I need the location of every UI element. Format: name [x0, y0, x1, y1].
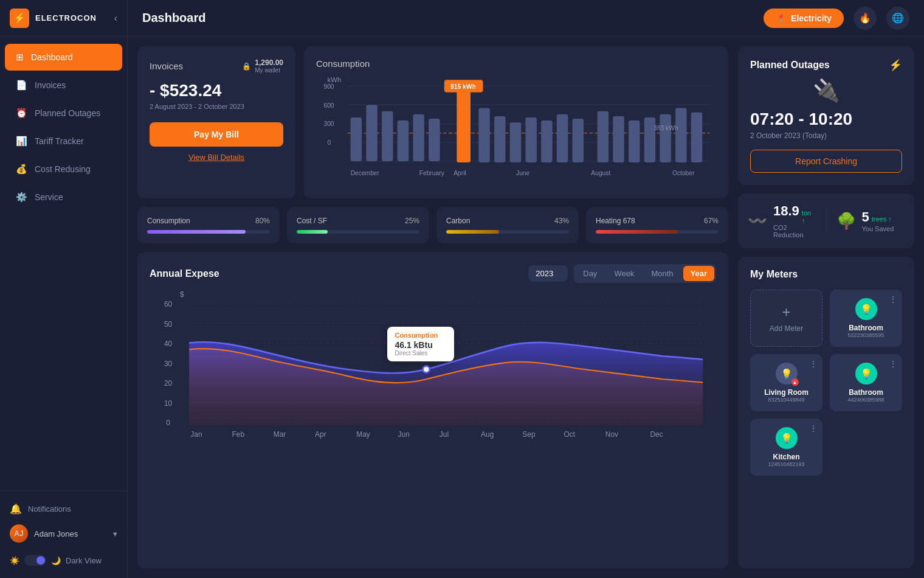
co2-section: 〰️ 18.9 ton ↑ CO2 Reduction — [748, 203, 816, 239]
dashboard-icon: ⊞ — [16, 52, 24, 63]
meters-card: My Meters + Add Meter ⋮ 💡 Bathroom 53223… — [738, 257, 914, 568]
view-bill-link[interactable]: View Bill Details — [150, 153, 283, 162]
svg-rect-32 — [675, 108, 687, 162]
stat-consumption: Consumption 80% — [137, 207, 280, 243]
svg-text:Jan: Jan — [190, 430, 202, 439]
sidebar-item-planned-outages[interactable]: ⏰ Planned Outages — [5, 100, 122, 127]
invoices-icon: 📄 — [16, 80, 27, 91]
dots-icon[interactable]: ⋮ — [889, 359, 897, 369]
svg-text:August: August — [591, 170, 610, 176]
tariff-icon: 📊 — [16, 136, 27, 147]
sidebar-item-invoices[interactable]: 📄 Invoices — [5, 72, 122, 99]
stat-pct: 25% — [405, 217, 419, 225]
right-column: Planned Outages ⚡ 🔌 07:20 - 10:20 2 Octo… — [738, 46, 914, 568]
svg-text:383 kWh: 383 kWh — [653, 125, 678, 131]
meter-icon-teal: 💡 — [855, 298, 877, 320]
meter-id: 532230385595 — [838, 332, 894, 338]
stat-label: Cost / SF — [297, 217, 327, 225]
top-row: Invoices 🔒 1,290.00 My wallet - $523.24 … — [137, 46, 728, 198]
svg-text:Aug: Aug — [481, 430, 494, 439]
stat-carbon: Carbon 43% — [436, 207, 579, 243]
sidebar-item-label: Invoices — [35, 80, 66, 90]
bell-icon: 🔔 — [10, 503, 22, 515]
sidebar-item-label: Service — [35, 192, 63, 202]
dots-icon[interactable]: ⋮ — [809, 359, 818, 369]
meter-bathroom-2[interactable]: ⋮ 💡 Bathroom 442406385988 — [830, 354, 902, 411]
notifications-item[interactable]: 🔔 Notifications — [10, 498, 117, 520]
meter-living-room[interactable]: ⋮ 💡 ▲ Living Room 832510449849 — [750, 354, 822, 411]
svg-rect-33 — [691, 113, 703, 162]
stat-pct: 43% — [554, 217, 569, 225]
sidebar-item-cost-reducing[interactable]: 💰 Cost Redusing — [5, 156, 122, 183]
svg-rect-16 — [429, 119, 440, 161]
consumption-title: Consumption — [316, 58, 716, 69]
svg-text:May: May — [356, 430, 370, 439]
co2-divider — [826, 209, 827, 233]
flame-btn[interactable]: 🔥 — [853, 7, 877, 30]
tree-icon: 🌳 — [836, 212, 856, 231]
trees-unit: trees ↑ — [872, 215, 892, 223]
dark-mode-toggle[interactable] — [24, 555, 46, 566]
svg-text:50: 50 — [164, 320, 173, 329]
co2-card: 〰️ 18.9 ton ↑ CO2 Reduction 🌳 5 — [738, 193, 914, 248]
stat-label: Consumption — [147, 217, 190, 225]
svg-text:Nov: Nov — [605, 430, 618, 439]
progress-bar — [596, 230, 719, 234]
meter-bathroom-1[interactable]: ⋮ 💡 Bathroom 532230385595 — [830, 290, 902, 347]
svg-rect-27 — [598, 111, 609, 162]
sidebar-collapse-icon[interactable]: ‹ — [114, 13, 117, 24]
stat-heating: Heating 678 67% — [586, 207, 728, 243]
stat-cost-sf: Cost / SF 25% — [287, 207, 429, 243]
meter-name: Kitchen — [759, 453, 814, 461]
page-title: Dashboard — [142, 11, 754, 25]
meter-kitchen[interactable]: ⋮ 💡 Kitchen 124510482193 — [750, 419, 822, 476]
consumption-chart: kWh 900 600 300 0 — [316, 74, 716, 186]
sun-icon: ☀️ — [10, 556, 19, 565]
annual-controls: 2023 Day Week Month Year — [528, 264, 716, 283]
stat-pct: 80% — [255, 217, 270, 225]
tab-year[interactable]: Year — [683, 266, 714, 281]
pay-bill-button[interactable]: Pay My Bill — [150, 122, 283, 147]
lock-icon: 🔒 — [242, 62, 251, 71]
sidebar-item-dashboard[interactable]: ⊞ Dashboard — [5, 44, 122, 71]
notifications-label: Notifications — [28, 504, 71, 514]
co2-label: CO2 Reduction — [773, 224, 816, 239]
globe-btn[interactable]: 🌐 — [886, 7, 909, 30]
sidebar-item-tariff-tracker[interactable]: 📊 Tariff Tracker — [5, 128, 122, 155]
svg-rect-13 — [382, 111, 393, 161]
meters-grid: + Add Meter ⋮ 💡 Bathroom 532230385595 ⋮ — [750, 290, 902, 476]
user-item[interactable]: AJ Adam Jones ▾ — [10, 520, 117, 548]
logo-icon: ⚡ — [10, 9, 29, 28]
stat-label: Heating 678 — [596, 217, 635, 225]
add-meter-item[interactable]: + Add Meter — [750, 290, 822, 347]
moon-icon: 🌙 — [51, 556, 61, 565]
annual-title: Annual Expese — [150, 268, 219, 279]
svg-text:December: December — [351, 170, 380, 176]
svg-text:30: 30 — [164, 360, 173, 368]
svg-text:October: October — [672, 170, 695, 176]
sidebar-item-service[interactable]: ⚙️ Service — [5, 184, 122, 211]
report-crashing-button[interactable]: Report Crashing — [750, 150, 902, 173]
tab-week[interactable]: Week — [607, 266, 641, 281]
annual-chart: 0 10 20 30 40 50 60 $ — [150, 290, 716, 448]
dots-icon[interactable]: ⋮ — [809, 423, 818, 433]
stat-pct: 67% — [704, 217, 719, 225]
progress-fill — [596, 230, 678, 234]
wallet-info: 🔒 1,290.00 My wallet — [242, 58, 283, 74]
chevron-down-icon: ▾ — [113, 529, 117, 538]
dots-icon[interactable]: ⋮ — [889, 294, 897, 304]
tab-month[interactable]: Month — [644, 266, 680, 281]
svg-text:Sep: Sep — [522, 430, 536, 439]
electricity-button[interactable]: 📍 Electricity — [764, 9, 844, 28]
progress-bar — [446, 230, 569, 234]
sidebar-item-label: Dashboard — [31, 52, 73, 62]
electricity-label: Electricity — [791, 13, 832, 23]
left-column: Invoices 🔒 1,290.00 My wallet - $523.24 … — [137, 46, 728, 568]
svg-text:kWh: kWh — [328, 76, 342, 83]
svg-text:Oct: Oct — [564, 430, 576, 439]
svg-rect-26 — [573, 119, 584, 162]
svg-text:600: 600 — [323, 102, 334, 109]
wind-icon: 〰️ — [748, 212, 767, 231]
year-select[interactable]: 2023 — [528, 265, 568, 282]
tab-day[interactable]: Day — [576, 266, 604, 281]
